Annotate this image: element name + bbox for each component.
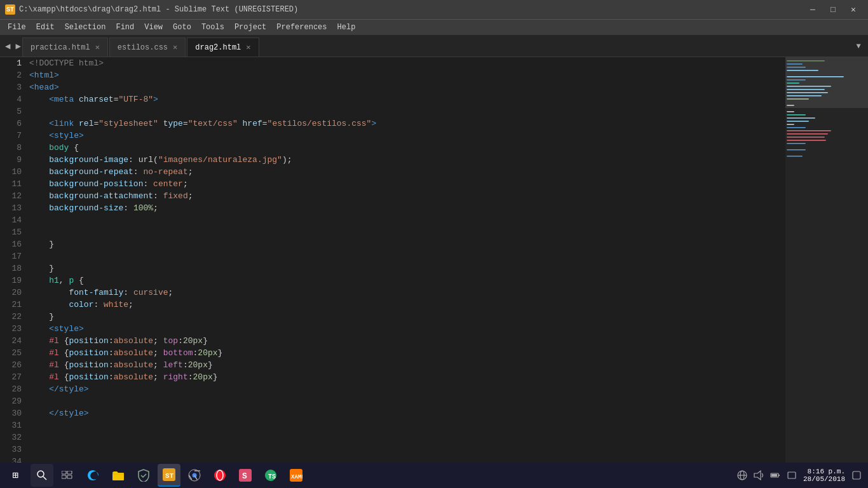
start-button[interactable]: ⊞ xyxy=(5,465,25,485)
svg-line-27 xyxy=(43,477,46,480)
line-number-17: 17 xyxy=(0,250,22,262)
svg-rect-24 xyxy=(787,149,806,151)
svg-rect-9 xyxy=(787,92,828,93)
taskbar-sublime[interactable]: ST xyxy=(158,464,180,487)
close-button[interactable]: ✕ xyxy=(844,3,863,16)
code-line-6: <link rel="stylesheet" type="text/css" h… xyxy=(29,118,785,130)
window-controls[interactable]: ─ □ ✕ xyxy=(803,3,863,16)
sublime-icon: ST xyxy=(163,468,175,481)
menu-selection[interactable]: Selection xyxy=(60,22,111,33)
svg-rect-17 xyxy=(787,124,794,125)
line-number-28: 28 xyxy=(0,383,22,395)
taskbar-explorer[interactable] xyxy=(107,464,130,487)
line-number-7: 7 xyxy=(0,130,22,142)
code-line-32 xyxy=(29,431,785,444)
svg-rect-16 xyxy=(787,121,809,122)
code-line-10: background-repeat: no-repeat; xyxy=(29,166,785,178)
line-number-29: 29 xyxy=(0,395,22,407)
code-line-26: #l {position:absolute; left:20px} xyxy=(29,359,785,371)
code-line-23: <style> xyxy=(29,323,785,335)
taskbar-security[interactable] xyxy=(132,464,155,487)
svg-rect-12 xyxy=(787,105,794,106)
tab-drag2-close[interactable]: ✕ xyxy=(246,43,250,52)
svg-rect-20 xyxy=(787,133,828,135)
window-title: C:\xampp\htdocs\drag\drag2.html - Sublim… xyxy=(19,5,803,14)
tab-estilos-close[interactable]: ✕ xyxy=(173,43,177,52)
code-editor[interactable]: <!DOCTYPE html> <html> <head> <meta char… xyxy=(27,57,785,472)
svg-rect-7 xyxy=(787,86,831,87)
svg-text:TS: TS xyxy=(268,473,276,480)
menu-project[interactable]: Project xyxy=(229,22,271,33)
menu-goto[interactable]: Goto xyxy=(168,22,196,33)
line-number-31: 31 xyxy=(0,419,22,431)
clock[interactable]: 8:16 p.m. 28/05/2018 xyxy=(803,468,845,483)
line-number-11: 11 xyxy=(0,178,22,190)
menu-file[interactable]: File xyxy=(3,22,31,33)
tab-drag2-label: drag2.html xyxy=(195,43,241,52)
code-line-33 xyxy=(29,444,785,456)
tab-practica[interactable]: practica.html ✕ xyxy=(22,37,108,57)
tab-estilos[interactable]: estilos.css ✕ xyxy=(109,37,186,57)
line-number-33: 33 xyxy=(0,444,22,456)
tab-practica-close[interactable]: ✕ xyxy=(95,43,100,52)
taskbar-search[interactable] xyxy=(31,464,53,487)
svg-rect-22 xyxy=(787,140,826,141)
line-number-1: 1 xyxy=(0,57,22,69)
code-line-29 xyxy=(29,395,785,407)
notification-icon[interactable] xyxy=(785,469,798,482)
code-line-22: } xyxy=(29,311,785,323)
code-line-11: background-position: center; xyxy=(29,178,785,190)
minimap-svg xyxy=(785,57,868,472)
tab-prev-arrow[interactable]: ◀ xyxy=(3,39,13,53)
windows-logo-icon: ⊞ xyxy=(12,469,18,482)
code-line-15 xyxy=(29,226,785,238)
svg-point-26 xyxy=(37,471,44,477)
svg-rect-5 xyxy=(787,79,806,81)
menu-edit[interactable]: Edit xyxy=(31,22,60,33)
svg-text:XAMP: XAMP xyxy=(291,474,302,480)
menu-view[interactable]: View xyxy=(139,22,168,33)
network-globe-icon[interactable] xyxy=(736,469,749,482)
menu-preferences[interactable]: Preferences xyxy=(271,22,332,33)
svg-rect-25 xyxy=(787,156,803,157)
svg-text:S: S xyxy=(242,471,247,481)
taskbar-teamspeak[interactable]: TS xyxy=(259,464,282,487)
volume-icon[interactable] xyxy=(752,469,765,482)
search-icon xyxy=(37,470,47,480)
menu-tools[interactable]: Tools xyxy=(196,22,229,33)
code-line-30: </style> xyxy=(29,407,785,419)
taskbar-edge[interactable] xyxy=(81,464,104,487)
stylus-icon: S xyxy=(239,469,252,482)
svg-rect-13 xyxy=(787,111,794,112)
line-number-2: 2 xyxy=(0,69,22,81)
power-icon[interactable] xyxy=(769,469,782,482)
taskbar-xampp[interactable]: XAMP xyxy=(285,464,308,487)
minimap[interactable] xyxy=(785,57,868,472)
taskbar-chrome[interactable] xyxy=(183,464,206,487)
menu-find[interactable]: Find xyxy=(111,22,139,33)
tab-bar: ◀ ▶ practica.html ✕ estilos.css ✕ drag2.… xyxy=(0,35,868,57)
svg-rect-15 xyxy=(787,118,815,119)
maximize-button[interactable]: □ xyxy=(824,3,843,16)
explorer-icon xyxy=(112,470,125,481)
svg-rect-4 xyxy=(787,76,844,78)
line-number-19: 19 xyxy=(0,274,22,287)
code-line-31 xyxy=(29,419,785,431)
tab-dropdown-button[interactable]: ▼ xyxy=(849,35,868,57)
editor-container: 1 2 3 4 5 6 7 8 9 10 11 12 13 14 15 16 1… xyxy=(0,57,868,472)
tab-drag2[interactable]: drag2.html ✕ xyxy=(187,37,259,57)
menu-help[interactable]: Help xyxy=(332,22,361,33)
taskbar-stylus[interactable]: S xyxy=(234,464,257,487)
taskbar-opera[interactable] xyxy=(208,464,231,487)
svg-rect-29 xyxy=(67,471,72,474)
taskbar-taskview[interactable] xyxy=(56,464,79,487)
code-line-28: </style> xyxy=(29,383,785,395)
line-number-25: 25 xyxy=(0,347,22,359)
chrome-icon xyxy=(188,469,201,482)
action-center-button[interactable] xyxy=(850,469,863,482)
svg-point-37 xyxy=(214,470,226,481)
code-line-8: body { xyxy=(29,142,785,154)
opera-icon xyxy=(214,469,226,482)
minimize-button[interactable]: ─ xyxy=(803,3,822,16)
code-line-20: font-family: cursive; xyxy=(29,287,785,299)
